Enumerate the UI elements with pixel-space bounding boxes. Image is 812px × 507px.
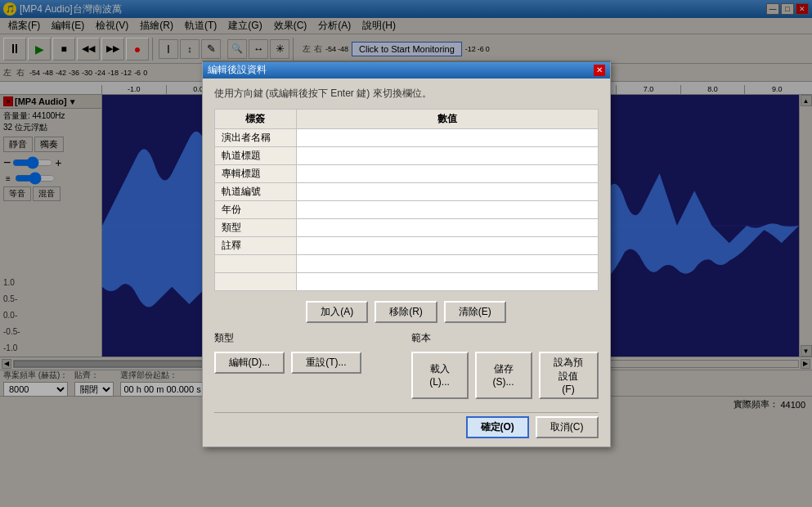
row-8-tag (214, 272, 296, 290)
confirm-button[interactable]: 確定(O) (466, 416, 529, 438)
row-4-input[interactable] (303, 204, 591, 215)
cancel-button[interactable]: 取消(C) (536, 416, 599, 438)
col-tag-header: 標簽 (214, 109, 296, 128)
type-template-row: 類型 編輯(D)... 重設(T)... 範本 載入(L)... 儲存(S)..… (214, 331, 599, 407)
modal-body: 使用方向鍵 (或編輯後按下 Enter 鍵) 來切換欄位。 標簽 數值 演出者名… (203, 79, 610, 446)
row-4-tag: 年份 (214, 200, 296, 218)
edit-button[interactable]: 編輯(D)... (214, 352, 285, 374)
table-row[interactable]: 類型 (214, 218, 598, 236)
template-buttons: 載入(L)... 儲存(S)... 設為預設值(F) (411, 352, 599, 399)
row-4-value[interactable] (296, 200, 598, 218)
table-row[interactable] (214, 272, 598, 290)
col-value-header: 數值 (296, 109, 598, 128)
row-0-tag: 演出者名稱 (214, 128, 296, 146)
load-button[interactable]: 載入(L)... (411, 352, 469, 399)
type-section: 類型 編輯(D)... 重設(T)... (214, 331, 402, 407)
row-2-input[interactable] (303, 168, 591, 179)
row-2-tag: 專輯標題 (214, 164, 296, 182)
reset-button[interactable]: 重設(T)... (291, 352, 361, 374)
row-5-tag: 類型 (214, 218, 296, 236)
row-1-tag: 軌道標題 (214, 146, 296, 164)
modal-titlebar: 編輯後設資料 ✕ (203, 62, 610, 79)
modal-close-button[interactable]: ✕ (594, 65, 605, 76)
crud-buttons: 加入(A) 移除(R) 清除(E) (214, 301, 599, 323)
row-3-value[interactable] (296, 182, 598, 200)
confirm-row: 確定(O) 取消(C) (214, 412, 599, 438)
row-0-value[interactable] (296, 128, 598, 146)
row-3-tag: 軌道編號 (214, 182, 296, 200)
table-row[interactable]: 年份 (214, 200, 598, 218)
set-default-button[interactable]: 設為預設值(F) (539, 352, 599, 399)
row-1-input[interactable] (303, 150, 591, 161)
add-button[interactable]: 加入(A) (306, 301, 368, 323)
modal-hint-text: 使用方向鍵 (或編輯後按下 Enter 鍵) 來切換欄位。 (214, 87, 599, 101)
row-3-input[interactable] (303, 186, 591, 197)
row-6-input[interactable] (303, 240, 591, 251)
row-5-value[interactable] (296, 218, 598, 236)
template-section-label: 範本 (411, 331, 599, 345)
table-row[interactable]: 註釋 (214, 236, 598, 254)
row-0-input[interactable] (303, 132, 591, 143)
clear-button[interactable]: 清除(E) (444, 301, 506, 323)
table-row[interactable] (214, 254, 598, 272)
modal-overlay: 編輯後設資料 ✕ 使用方向鍵 (或編輯後按下 Enter 鍵) 來切換欄位。 標… (0, 0, 812, 507)
row-6-tag: 註釋 (214, 236, 296, 254)
metadata-table: 標簽 數值 演出者名稱 軌道標題 專輯標題 (214, 109, 599, 291)
row-7-tag (214, 254, 296, 272)
row-6-value[interactable] (296, 236, 598, 254)
save-button[interactable]: 儲存(S)... (475, 352, 532, 399)
table-row[interactable]: 演出者名稱 (214, 128, 598, 146)
type-buttons: 編輯(D)... 重設(T)... (214, 352, 402, 374)
row-1-value[interactable] (296, 146, 598, 164)
row-2-value[interactable] (296, 164, 598, 182)
modal-title: 編輯後設資料 (208, 63, 267, 77)
remove-button[interactable]: 移除(R) (375, 301, 437, 323)
table-row[interactable]: 軌道編號 (214, 182, 598, 200)
row-8-value[interactable] (296, 272, 598, 290)
row-7-value[interactable] (296, 254, 598, 272)
type-section-label: 類型 (214, 331, 402, 345)
metadata-dialog: 編輯後設資料 ✕ 使用方向鍵 (或編輯後按下 Enter 鍵) 來切換欄位。 標… (202, 61, 611, 447)
row-5-input[interactable] (303, 222, 591, 233)
template-section: 範本 載入(L)... 儲存(S)... 設為預設值(F) (411, 331, 599, 407)
table-row[interactable]: 專輯標題 (214, 164, 598, 182)
table-row[interactable]: 軌道標題 (214, 146, 598, 164)
